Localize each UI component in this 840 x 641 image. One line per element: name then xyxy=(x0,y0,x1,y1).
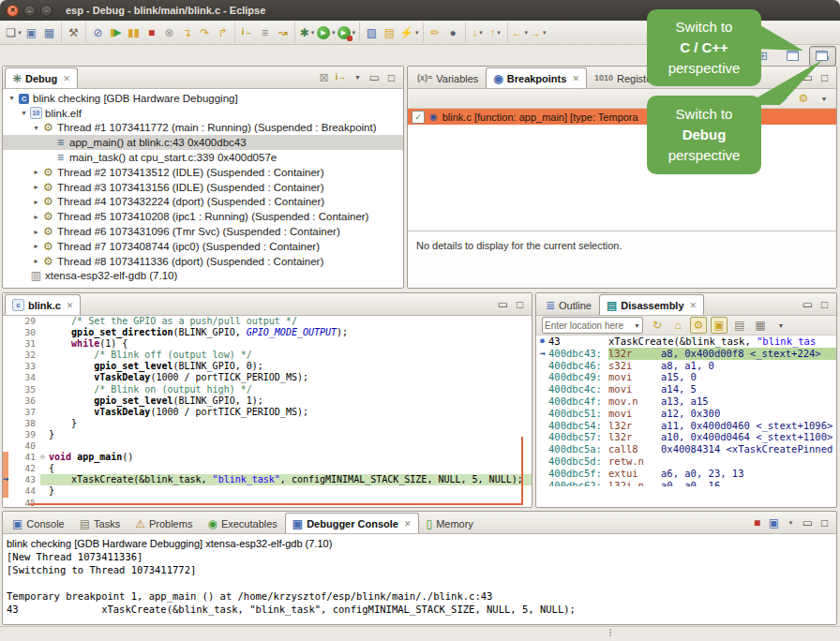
next-annotation-button[interactable]: ↓▾ xyxy=(470,23,486,42)
tab-breakpoints[interactable]: ◉Breakpoints✕ xyxy=(486,67,587,88)
resume-button[interactable]: ▮▶ xyxy=(108,23,124,42)
dropdown-arrow-icon[interactable]: ▾ xyxy=(543,29,547,37)
maximize-button[interactable]: □ xyxy=(818,70,832,85)
save-button[interactable]: ▣ xyxy=(23,23,39,42)
instruction-stepping-button[interactable]: i→ xyxy=(239,23,255,42)
breakpoint-checkbox[interactable]: ✓ xyxy=(412,111,425,124)
code-editor[interactable]: 29 /* Set the GPIO as a push/pull output… xyxy=(3,316,532,508)
show-logical-structure-button[interactable]: ≡ xyxy=(257,23,273,42)
tree-row[interactable]: ▸⚙Thread #6 1073431096 (Tmr Svc) (Suspen… xyxy=(3,224,403,239)
minimize-button[interactable]: ▭ xyxy=(801,297,815,312)
maximize-button[interactable]: □ xyxy=(384,70,398,85)
close-icon[interactable]: ✕ xyxy=(67,301,74,310)
minimize-button[interactable]: ▭ xyxy=(496,297,510,312)
new-cpp-project-button[interactable]: ▨ xyxy=(364,23,380,42)
track-expression-toggle[interactable]: ⚙ xyxy=(690,317,707,334)
back-button[interactable]: ←▾ xyxy=(512,23,529,42)
show-supported-breakpoints-button[interactable]: ❖ xyxy=(774,90,791,107)
terminate-button[interactable]: ■ xyxy=(143,23,159,42)
tree-expander-icon[interactable]: ▸ xyxy=(31,168,41,176)
forward-button[interactable]: →▾ xyxy=(530,23,547,42)
maximize-button[interactable]: □ xyxy=(818,515,832,530)
step-over-button[interactable]: ↷ xyxy=(197,23,213,42)
tab-executables[interactable]: ◉Executables xyxy=(200,513,284,533)
console-output[interactable]: blink checking [GDB Hardware Debugging] … xyxy=(3,534,836,616)
tab-memory[interactable]: ▯Memory xyxy=(419,513,481,533)
minimize-button[interactable]: ▭ xyxy=(801,70,815,85)
skip-all-breakpoints-toggle[interactable]: ⚙ xyxy=(795,90,812,107)
use-step-filters-button[interactable]: ↝ xyxy=(275,23,291,42)
close-window-button[interactable]: ✕ xyxy=(7,5,19,17)
debug-perspective-button[interactable]: ✳ xyxy=(809,46,836,67)
close-icon[interactable]: ✕ xyxy=(690,301,698,310)
console-dropdown-button[interactable]: ▾ xyxy=(784,515,798,530)
tree-row[interactable]: ≡app_main() at blink.c:43 0x400dbc43 xyxy=(3,135,403,150)
dropdown-arrow-icon[interactable]: ▾ xyxy=(332,29,336,37)
tree-expander-icon[interactable]: ▸ xyxy=(31,213,41,221)
refresh-view-button[interactable]: ↻ xyxy=(649,317,666,334)
dropdown-arrow-icon[interactable]: ▾ xyxy=(415,29,419,37)
flash-button[interactable]: ⚡▾ xyxy=(399,23,419,42)
home-button[interactable]: ⌂ xyxy=(669,317,686,334)
tab-tasks[interactable]: ▤Tasks xyxy=(72,513,128,533)
tree-row[interactable]: ▸⚙Thread #4 1073432224 (dport) (Suspende… xyxy=(3,195,403,210)
step-return-button[interactable]: ↱ xyxy=(215,23,231,42)
tree-row[interactable]: ▥xtensa-esp32-elf-gdb (7.10) xyxy=(3,269,403,284)
step-into-button[interactable]: ↴ xyxy=(179,23,195,42)
tab-blink-c[interactable]: cblink.c✕ xyxy=(5,294,81,315)
tree-expander-icon[interactable]: ▸ xyxy=(31,257,41,265)
previous-annotation-button[interactable]: ↑▾ xyxy=(488,23,503,42)
dropdown-arrow-icon[interactable]: ▾ xyxy=(18,29,22,37)
disconnect-button[interactable]: ⊗ xyxy=(161,23,177,42)
tab-variables[interactable]: (x)=Variables xyxy=(410,67,486,88)
tree-expander-icon[interactable]: ▾ xyxy=(7,94,17,102)
instruction-stepping-mode-button[interactable]: i→ xyxy=(334,70,348,85)
tree-expander-icon[interactable]: ▸ xyxy=(31,183,41,191)
combo-dropdown-icon[interactable]: ▼ xyxy=(634,322,640,329)
tree-expander-icon[interactable]: ▸ xyxy=(31,228,41,236)
tab-disassembly[interactable]: ▤Disassembly✕ xyxy=(599,294,704,315)
tab-problems[interactable]: ⚠Problems xyxy=(128,513,200,533)
profile-button[interactable]: ● xyxy=(445,23,461,42)
minimize-button[interactable]: ▭ xyxy=(801,515,815,530)
remove-all-terminated-button[interactable]: ⊠ xyxy=(317,70,331,85)
resize-grip[interactable] xyxy=(609,629,611,636)
skip-all-breakpoints-button[interactable]: ⊘ xyxy=(90,23,106,42)
open-resource-button[interactable]: ▤ xyxy=(382,23,398,42)
tree-expander-icon[interactable]: ▾ xyxy=(31,124,41,132)
location-combo[interactable]: Enter location here▼ xyxy=(542,317,643,334)
suspend-button[interactable]: ▮▮ xyxy=(126,23,142,42)
close-icon[interactable]: ✕ xyxy=(404,519,412,529)
pin-view-button[interactable]: ▦ xyxy=(752,317,769,334)
tree-row[interactable]: ▾10blink.elf xyxy=(3,106,403,121)
tree-row[interactable]: ▾Cblink checking [GDB Hardware Debugging… xyxy=(3,91,403,106)
tab-console[interactable]: ▣Console xyxy=(5,513,72,533)
tree-row[interactable]: ▸⚙Thread #3 1073413156 (IDLE) (Suspended… xyxy=(3,180,403,195)
minimize-button[interactable]: ▭ xyxy=(368,70,382,85)
format-button[interactable]: ✏ xyxy=(428,23,443,42)
dropdown-arrow-icon[interactable]: ▾ xyxy=(497,29,501,37)
sync-selection-toggle[interactable]: ▣ xyxy=(711,317,728,334)
tab-debug[interactable]: ✳Debug✕ xyxy=(5,67,78,88)
dropdown-arrow-icon[interactable]: ▾ xyxy=(352,29,356,37)
maximize-window-button[interactable]: ▫ xyxy=(40,5,52,17)
maximize-button[interactable]: □ xyxy=(818,297,832,312)
disassembly-listing[interactable]: ●43xTaskCreate(&blink_task, "blink_tas→4… xyxy=(536,335,836,486)
close-icon[interactable]: ✕ xyxy=(572,74,579,83)
fold-marker-icon[interactable]: ⊖ xyxy=(40,452,49,463)
tab-debugger-console[interactable]: ▣Debugger Console✕ xyxy=(285,513,419,533)
open-new-view-button[interactable]: ▤ xyxy=(731,317,748,334)
dropdown-arrow-icon[interactable]: ▾ xyxy=(311,29,315,37)
tree-expander-icon[interactable]: ▸ xyxy=(31,198,41,206)
tree-row[interactable]: ▸⚙Thread #7 1073408744 (ipc0) (Suspended… xyxy=(3,239,403,254)
view-menu-button[interactable]: ▼ xyxy=(351,70,365,85)
tree-row[interactable]: ≡main_task() at cpu_start.c:339 0x400d05… xyxy=(3,150,403,165)
save-all-button[interactable]: ▦ xyxy=(41,23,57,42)
build-button[interactable]: ⚒ xyxy=(66,23,82,42)
dropdown-arrow-icon[interactable]: ▾ xyxy=(479,29,483,37)
close-icon[interactable]: ✕ xyxy=(63,74,70,83)
maximize-button[interactable]: □ xyxy=(513,297,527,312)
tree-row[interactable]: ▸⚙Thread #8 1073411336 (dport) (Suspende… xyxy=(3,254,403,269)
view-menu-button[interactable]: ▼ xyxy=(816,90,832,107)
new-wizard-button[interactable]: ❏▾ xyxy=(6,23,22,42)
